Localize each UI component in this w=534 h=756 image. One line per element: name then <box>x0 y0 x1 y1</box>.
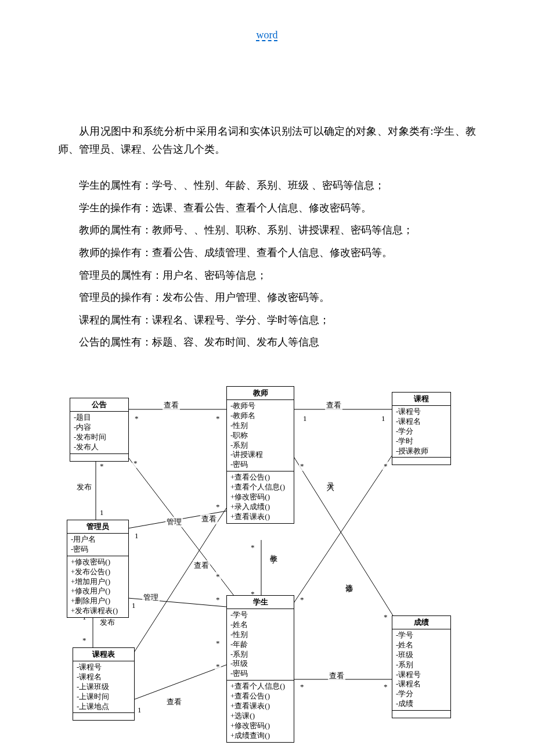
uml-attr: -课程号 <box>396 407 447 417</box>
uml-attr: -发布人 <box>74 442 125 452</box>
svg-line-7 <box>134 508 226 653</box>
body-line-2: 教师的属性有：教师号、、性别、职称、系别、讲授课程、密码等信息； <box>58 221 476 239</box>
uml-attr: -上课班级 <box>77 682 131 692</box>
svg-line-12 <box>134 665 226 700</box>
mult-star: * <box>383 682 389 692</box>
body-line-0: 学生的属性有：学号、、性别、年龄、系别、班级 、密码等信息； <box>58 177 476 195</box>
uml-attr: -年龄 <box>230 640 290 650</box>
uml-title: 公告 <box>70 398 128 412</box>
body-line-4: 管理员的属性有：用户名、密码等信息； <box>58 267 476 285</box>
uml-attr: -授课教师 <box>396 447 447 456</box>
mult-star: * <box>299 462 305 471</box>
uml-attr: -发布时间 <box>74 433 125 442</box>
uml-attr: -密码 <box>230 669 290 679</box>
mult-one: 1 <box>136 705 143 715</box>
uml-attr: -学时 <box>396 437 447 447</box>
uml-op: +查看课表() <box>230 512 290 522</box>
uml-op: +发布课程表() <box>71 606 125 616</box>
uml-attr: -姓名 <box>230 620 290 630</box>
uml-op: +查看个人信息() <box>230 682 290 692</box>
uml-attr: -密码 <box>71 545 125 555</box>
uml-op: +修改密码() <box>230 721 290 731</box>
uml-attr: -学分 <box>396 689 447 699</box>
uml-attr: -密码 <box>230 460 290 470</box>
uml-attr: -班级 <box>396 650 447 660</box>
edge-label-chakan: 查看 <box>165 697 183 707</box>
uml-attr: -系别 <box>230 441 290 451</box>
uml-attr: -上课时间 <box>77 692 131 702</box>
uml-attr: -题目 <box>74 413 125 423</box>
uml-class-chengji: 成绩 -学号 -姓名 -班级 -系别 -课程号 -课程名 -学分 -成绩 <box>392 615 451 718</box>
uml-class-gonggao: 公告 -题目 -内容 -发布时间 -发布人 <box>70 398 129 462</box>
edge-label-fabu: 发布 <box>75 482 93 492</box>
uml-attr: -学号 <box>230 610 290 620</box>
mult-star: * <box>215 662 221 671</box>
uml-attr: -课程名 <box>77 672 131 682</box>
uml-class-xuesheng: 学生 -学号 -姓名 -性别 -年龄 -系别 -班级 -密码 +查看个人信息()… <box>226 595 294 743</box>
uml-attr: -课程名 <box>396 417 447 427</box>
edge-label-chakan: 查看 <box>200 514 218 524</box>
intro-paragraph: 从用况图中和系统分析中采用名词和实体识别法可以确定的对象、对象类有:学生、教师、… <box>58 123 476 158</box>
uml-op: +查看公告() <box>230 473 290 483</box>
uml-attr: -系别 <box>230 650 290 660</box>
uml-op: +录入成绩() <box>230 502 290 512</box>
uml-title: 课程 <box>392 393 450 406</box>
uml-title: 课程表 <box>73 648 134 661</box>
edge-label-xuanxiu: 选修 <box>342 578 355 580</box>
uml-attr: -成绩 <box>396 699 447 709</box>
uml-attr: -班级 <box>230 659 290 669</box>
body-line-5: 管理员的操作有：发布公告、用户管理、修改密码等。 <box>58 289 476 307</box>
header-word-link: word <box>58 29 476 41</box>
uml-attr: -上课地点 <box>77 702 131 712</box>
mult-star: * <box>132 459 139 468</box>
uml-op: +查看个人信息() <box>230 483 290 492</box>
uml-attr: -内容 <box>74 423 125 433</box>
edge-label-guanli: 管理 <box>165 517 183 527</box>
body-line-1: 学生的操作有：选课、查看公告、查看个人信息、修改密码等。 <box>58 199 476 217</box>
edge-label-jiaoxue: 教学 <box>267 549 280 551</box>
uml-op: +增加用户() <box>71 577 125 587</box>
uml-attr: -姓名 <box>396 640 447 650</box>
uml-op: +查看课表() <box>230 701 290 711</box>
uml-op: +删除用户() <box>71 596 125 606</box>
body-line-7: 公告的属性有：标题、容、发布时间、发布人等信息 <box>58 333 476 351</box>
uml-class-jiaoshi: 教师 -教师号 -教师名 -性别 -职称 -系别 -讲授课程 -密码 +查看公告… <box>226 386 294 524</box>
uml-op: +发布公告() <box>71 567 125 577</box>
edge-label-luru: 录入 <box>324 476 337 478</box>
mult-star: * <box>215 414 221 423</box>
body-line-6: 课程的属性有：课程名、课程号、学分、学时等信息； <box>58 311 476 329</box>
uml-title: 学生 <box>227 596 294 609</box>
mult-star: * <box>215 572 221 581</box>
uml-class-diagram: 查看 * * 查看 1 1 发布 * 1 管理 1 * 查看 管理 1 * 查看… <box>64 386 470 735</box>
mult-one: 1 <box>380 414 387 423</box>
uml-attr: -学号 <box>396 631 447 640</box>
uml-attr: -教师名 <box>230 411 290 421</box>
uml-attr: -职称 <box>230 431 290 441</box>
uml-class-guanliyuan: 管理员 -用户名 -密码 +修改密码() +发布公告() +增加用户() +修改… <box>67 520 129 618</box>
mult-star: * <box>299 682 305 692</box>
body-line-3: 教师的操作有：查看公告、成绩管理、查看个人信息、修改密码等。 <box>58 244 476 262</box>
mult-star: * <box>81 636 88 645</box>
edge-label-chakan: 查看 <box>325 400 342 411</box>
edge-label-guanli: 管理 <box>142 592 160 603</box>
mult-star: * <box>215 639 221 648</box>
uml-attr: -课程名 <box>396 679 447 689</box>
uml-class-kechengbiao: 课程表 -课程号 -课程名 -上课班级 -上课时间 -上课地点 <box>73 647 135 721</box>
edge-label-chakan: 查看 <box>328 671 345 681</box>
uml-attr: -用户名 <box>71 535 125 545</box>
mult-star: * <box>134 414 140 423</box>
uml-title: 管理员 <box>67 520 128 534</box>
uml-title: 教师 <box>227 387 294 400</box>
mult-star: * <box>299 595 305 604</box>
mult-one: 1 <box>134 531 140 541</box>
uml-attr: -课程号 <box>77 663 131 672</box>
uml-op: +查看公告() <box>230 692 290 701</box>
mult-star: * <box>383 613 389 622</box>
uml-title: 成绩 <box>392 616 450 629</box>
edge-label-chakan: 查看 <box>193 560 210 571</box>
uml-class-kecheng: 课程 -课程号 -课程名 -学分 -学时 -授课教师 <box>392 392 451 465</box>
uml-op: +选课() <box>230 711 290 721</box>
mult-star: * <box>99 462 105 471</box>
uml-op: +修改密码() <box>71 557 125 567</box>
uml-attr: -性别 <box>230 421 290 431</box>
